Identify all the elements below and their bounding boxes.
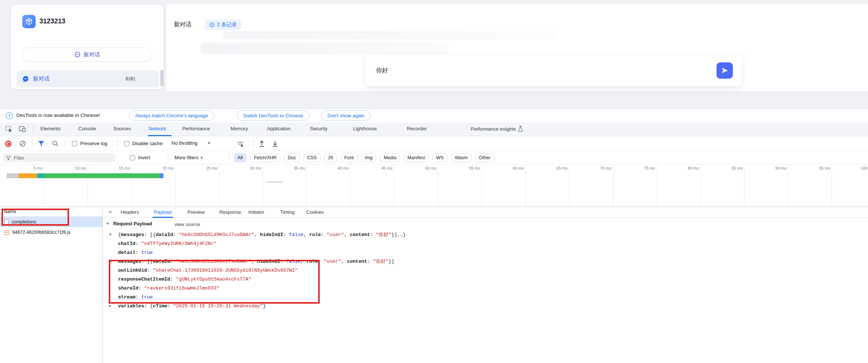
devtools-tab-performance[interactable]: Performance bbox=[182, 126, 210, 131]
banner-button-match-language[interactable]: Always match Chrome's language bbox=[129, 110, 214, 121]
send-button[interactable] bbox=[717, 62, 733, 79]
detail-tab-response[interactable]: Response bbox=[219, 209, 241, 215]
import-har-icon[interactable] bbox=[258, 140, 265, 147]
banner-button-dont-show[interactable]: Don't show again bbox=[321, 110, 371, 121]
request-payload-title: Request Payload bbox=[113, 221, 152, 226]
waterfall-bar-segment bbox=[19, 173, 37, 178]
devtools-tab-memory[interactable]: Memory bbox=[231, 126, 248, 131]
filter-chip-all[interactable]: All bbox=[234, 153, 247, 162]
request-row-js-file[interactable]: <> 94672.46200b6583cc71f6.js bbox=[0, 227, 102, 238]
close-icon[interactable]: × bbox=[109, 209, 112, 215]
devtools-tab-console[interactable]: Console bbox=[78, 126, 96, 131]
timeline-gridline bbox=[832, 164, 832, 207]
detail-tabbar: × HeadersPayloadPreviewResponseInitiator… bbox=[103, 207, 868, 218]
network-conditions-icon[interactable] bbox=[236, 140, 244, 147]
timeline-tick-label: 65 ms bbox=[534, 166, 568, 170]
chat-bubble-icon bbox=[74, 52, 81, 58]
preserve-log-label: Preserve log bbox=[80, 141, 107, 146]
preserve-log-checkbox[interactable] bbox=[72, 141, 77, 146]
detail-tab-payload[interactable]: Payload bbox=[154, 209, 172, 215]
timeline-gridline bbox=[657, 164, 657, 207]
devtools-language-banner: i DevTools is now available in Chinese! … bbox=[0, 109, 868, 122]
devtools-tab-security[interactable]: Security bbox=[310, 126, 327, 131]
timeline-gridline bbox=[131, 164, 132, 207]
banner-message: DevTools is now available in Chinese! bbox=[16, 112, 100, 118]
new-chat-button-label: 新对话 bbox=[84, 51, 100, 58]
banner-button-switch-chinese[interactable]: Switch DevTools to Chinese bbox=[237, 110, 309, 121]
filter-chip-wasm[interactable]: Wasm bbox=[451, 153, 471, 162]
chat-history-item[interactable]: 新对话 刚刚 bbox=[17, 71, 159, 87]
waterfall-faint-bar bbox=[266, 182, 283, 183]
timeline-gridline bbox=[744, 164, 744, 207]
timeline-tick-label: 20 ms bbox=[140, 166, 174, 170]
timeline-tick-label: 60 ms bbox=[490, 166, 524, 170]
filter-chip-font[interactable]: Font bbox=[341, 153, 358, 162]
invert-checkbox[interactable] bbox=[130, 155, 135, 160]
timeline-tick-label: 75 ms bbox=[622, 166, 655, 170]
filter-chip-fetch-xhr[interactable]: Fetch/XHR bbox=[250, 153, 280, 162]
search-icon[interactable] bbox=[52, 140, 59, 147]
new-chat-button[interactable]: 新对话 bbox=[22, 48, 152, 62]
chat-records-button[interactable]: 2 条记录 bbox=[205, 20, 241, 30]
view-source-link[interactable]: view source bbox=[174, 222, 200, 227]
devtools-tab-recorder[interactable]: Recorder bbox=[407, 126, 427, 131]
app-logo-icon bbox=[22, 15, 36, 28]
funnel-icon bbox=[6, 156, 11, 160]
chat-input[interactable]: 你好 bbox=[366, 55, 742, 86]
filter-chip-other[interactable]: Other bbox=[475, 153, 494, 162]
waterfall-bar-segment bbox=[37, 173, 44, 178]
devtools-tab-performance-insights[interactable]: Performance insights bbox=[471, 126, 523, 132]
payload-line: ▼{messages: [{dataId: "heXcSODhG5Ld9KOxJ… bbox=[109, 230, 859, 239]
export-har-icon[interactable] bbox=[272, 140, 278, 147]
devtools-tab-network[interactable]: Network bbox=[149, 126, 166, 131]
filter-chip-css[interactable]: CSS bbox=[303, 153, 320, 162]
device-toolbar-icon[interactable] bbox=[19, 125, 26, 133]
triangle-expander-icon[interactable]: ▼ bbox=[109, 230, 118, 239]
timeline-gridline bbox=[306, 164, 307, 207]
request-payload-section-header[interactable]: ▼ Request Payload bbox=[106, 221, 152, 226]
triangle-expander-icon[interactable]: ▼ bbox=[106, 222, 110, 226]
send-icon bbox=[721, 66, 729, 75]
inspect-icon[interactable] bbox=[5, 125, 13, 133]
timeline-tick-label: 35 ms bbox=[271, 166, 305, 170]
annotation-red-box-payload bbox=[109, 260, 320, 304]
filter-chip-js[interactable]: JS bbox=[324, 153, 337, 162]
network-overview-timeline[interactable]: 5 ms10 ms15 ms20 ms25 ms30 ms35 ms40 ms4… bbox=[0, 164, 868, 207]
devtools-tab-lighthouse[interactable]: Lighthouse bbox=[353, 126, 377, 131]
detail-tab-initiator[interactable]: Initiator bbox=[248, 209, 264, 215]
detail-tab-preview[interactable]: Preview bbox=[187, 209, 205, 215]
request-name: 94672.46200b6583cc71f6.js bbox=[12, 230, 71, 235]
throttling-select[interactable]: No throttling ▼ bbox=[172, 140, 211, 146]
timeline-tick-label: 30 ms bbox=[228, 166, 261, 170]
devtools-panel: i DevTools is now available in Chinese! … bbox=[0, 108, 868, 363]
chat-history-title: 新对话 bbox=[33, 75, 122, 82]
detail-tab-headers[interactable]: Headers bbox=[121, 209, 139, 215]
devtools-tab-application[interactable]: Application bbox=[267, 126, 291, 131]
filter-chip-img[interactable]: Img bbox=[361, 153, 376, 162]
filter-chip-media[interactable]: Media bbox=[380, 153, 400, 162]
filter-chip-doc[interactable]: Doc bbox=[284, 153, 300, 162]
detail-tab-cookies[interactable]: Cookies bbox=[306, 209, 324, 215]
filter-text-field[interactable] bbox=[14, 155, 107, 161]
detail-tab-timing[interactable]: Timing bbox=[280, 209, 295, 215]
more-filters-dropdown[interactable]: More filters ▼ bbox=[174, 155, 203, 160]
timeline-gridline bbox=[394, 164, 394, 207]
chat-input-value[interactable]: 你好 bbox=[376, 67, 717, 75]
filter-chip-ws[interactable]: WS bbox=[433, 153, 447, 162]
disable-cache-label: Disable cache bbox=[132, 141, 163, 146]
sidebar-scrollbar-thumb[interactable] bbox=[160, 70, 163, 86]
filter-chip-manifest[interactable]: Manifest bbox=[404, 153, 428, 162]
filter-funnel-icon[interactable] bbox=[38, 141, 45, 146]
disable-cache-checkbox[interactable] bbox=[124, 141, 129, 146]
network-filter-bar: Invert More filters ▼ AllFetch/XHRDocCSS… bbox=[0, 151, 868, 164]
record-network-log-icon[interactable] bbox=[5, 141, 12, 147]
chevron-down-icon: ▼ bbox=[200, 156, 203, 160]
js-file-icon: <> bbox=[4, 230, 9, 235]
clear-icon[interactable] bbox=[19, 140, 26, 147]
filter-input[interactable] bbox=[3, 153, 115, 162]
timeline-gridline bbox=[44, 164, 44, 207]
timeline-tick-label: 5 ms bbox=[9, 166, 42, 170]
annotation-red-box-completions bbox=[1, 209, 69, 226]
devtools-tab-sources[interactable]: Sources bbox=[113, 126, 131, 131]
devtools-tab-elements[interactable]: Elements bbox=[40, 126, 61, 131]
